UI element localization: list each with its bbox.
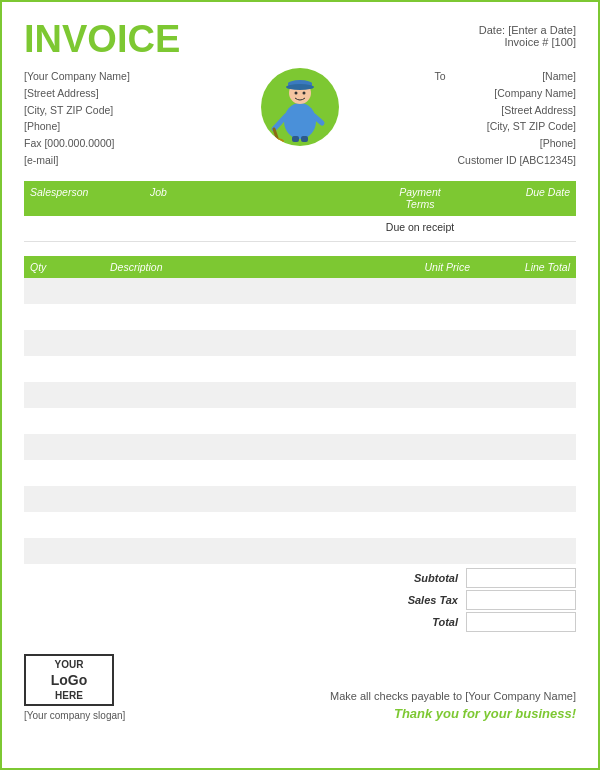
totals-section: Subtotal Sales Tax Total: [24, 568, 576, 634]
table-row: [24, 486, 576, 512]
footer-right: Make all checks payable to [Your Company…: [330, 690, 576, 721]
payment-terms-value: Due on receipt: [370, 221, 470, 236]
recipient-address: [Name] [Company Name] [Street Address] […: [458, 68, 576, 169]
logo-here: HERE: [55, 689, 83, 702]
svg-point-4: [286, 84, 314, 90]
address-section: [Your Company Name] [Street Address] [Ci…: [24, 68, 576, 169]
sender-street: [Street Address]: [24, 85, 130, 102]
company-slogan: [Your company slogan]: [24, 710, 125, 721]
cleaner-circle: [261, 68, 339, 146]
table1-header: Salesperson Job PaymentTerms Due Date: [24, 181, 576, 216]
date-line: Date: [Enter a Date]: [479, 24, 576, 36]
to-label: To: [434, 70, 445, 82]
footer-left: YOUR LoGo HERE [Your company slogan]: [24, 654, 125, 721]
table-row: [24, 278, 576, 304]
svg-point-9: [268, 138, 284, 143]
recipient-company: [Company Name]: [458, 85, 576, 102]
sender-phone: [Phone]: [24, 118, 130, 135]
date-label: Date:: [479, 24, 505, 36]
sender-city: [City, ST ZIP Code]: [24, 102, 130, 119]
due-date-value: [470, 221, 570, 236]
table-row: [24, 408, 576, 434]
header-date-invoice: Date: [Enter a Date] Invoice # [100]: [479, 24, 576, 48]
sender-fax: Fax [000.000.0000]: [24, 135, 130, 152]
table-row: [24, 434, 576, 460]
totals-table: Subtotal Sales Tax Total: [316, 568, 576, 634]
svg-rect-12: [301, 136, 308, 142]
total-label: Total: [316, 616, 466, 628]
recipient-customer-id: Customer ID [ABC12345]: [458, 152, 576, 169]
subtotal-label: Subtotal: [316, 572, 466, 584]
salesperson-value: [30, 221, 150, 236]
table-row: [24, 512, 576, 538]
svg-rect-11: [292, 136, 299, 142]
table2-header: Qty Description Unit Price Line Total: [24, 256, 576, 278]
sales-tax-row: Sales Tax: [316, 590, 576, 610]
thank-you-text: Thank you for your business!: [330, 706, 576, 721]
invoice-header: INVOICE Date: [Enter a Date] Invoice # […: [24, 20, 576, 58]
table1-row: Due on receipt: [24, 216, 576, 242]
invoice-label: Invoice #: [504, 36, 548, 48]
svg-point-5: [295, 92, 298, 95]
table-row: [24, 356, 576, 382]
subtotal-row: Subtotal: [316, 568, 576, 588]
sales-tax-value: [466, 590, 576, 610]
logo-logo: LoGo: [51, 671, 88, 689]
table-row: [24, 330, 576, 356]
total-value: [466, 612, 576, 632]
recipient-name: [Name]: [458, 68, 576, 85]
recipient-street: [Street Address]: [458, 102, 576, 119]
col-duedate-header: Due Date: [470, 186, 570, 211]
total-row: Total: [316, 612, 576, 632]
invoice-number: [100]: [552, 36, 576, 48]
table-row: [24, 538, 576, 564]
date-value: [Enter a Date]: [508, 24, 576, 36]
table-row: [24, 304, 576, 330]
recipient-wrapper: To [Name] [Company Name] [Street Address…: [434, 68, 576, 169]
sender-company: [Your Company Name]: [24, 68, 130, 85]
col-linetotal-header: Line Total: [470, 261, 570, 273]
col-qty-header: Qty: [30, 261, 110, 273]
table-row: [24, 460, 576, 486]
col-description-header: Description: [110, 261, 370, 273]
col-payment-header: PaymentTerms: [370, 186, 470, 211]
col-unitprice-header: Unit Price: [370, 261, 470, 273]
invoice-number-line: Invoice # [100]: [479, 36, 576, 48]
sales-tax-label: Sales Tax: [316, 594, 466, 606]
col-salesperson-header: Salesperson: [30, 186, 150, 211]
svg-point-6: [303, 92, 306, 95]
sender-address: [Your Company Name] [Street Address] [Ci…: [24, 68, 130, 169]
sender-email: [e-mail]: [24, 152, 130, 169]
section-gap: [24, 242, 576, 256]
table2: Qty Description Unit Price Line Total: [24, 256, 576, 564]
logo-box: YOUR LoGo HERE: [24, 654, 114, 706]
subtotal-value: [466, 568, 576, 588]
svg-point-0: [284, 103, 316, 139]
invoice-title: INVOICE: [24, 20, 180, 58]
cleaner-illustration: [261, 68, 339, 146]
logo-your: YOUR: [55, 658, 84, 671]
checks-payable-line: Make all checks payable to [Your Company…: [330, 690, 576, 702]
job-value: [150, 221, 370, 236]
footer: YOUR LoGo HERE [Your company slogan] Mak…: [24, 648, 576, 721]
table1: Salesperson Job PaymentTerms Due Date Du…: [24, 181, 576, 242]
recipient-phone: [Phone]: [458, 135, 576, 152]
table-row: [24, 382, 576, 408]
col-job-header: Job: [150, 186, 370, 211]
recipient-city: [City, ST ZIP Code]: [458, 118, 576, 135]
cleaner-svg: [266, 71, 334, 143]
